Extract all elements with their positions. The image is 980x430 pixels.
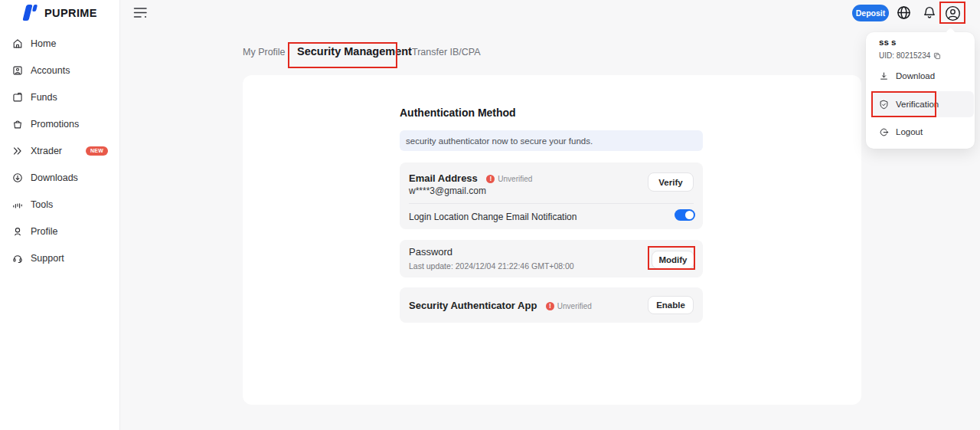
divider [409, 203, 694, 204]
notification-bell-icon[interactable] [923, 5, 936, 20]
copy-icon[interactable] [933, 52, 941, 60]
logout-icon [879, 127, 889, 137]
section-title: Authentication Method [400, 107, 516, 119]
email-address-card: Email Address Unverified w****3@gmail.co… [400, 162, 703, 229]
promotions-icon [12, 119, 23, 130]
sidebar: PUPRIME Home Accounts Funds Promotions X… [0, 0, 120, 430]
brand-logo[interactable]: PUPRIME [22, 4, 97, 21]
authenticator-title: Security Authenticator App [409, 300, 537, 311]
login-notification-label: Login Location Change Email Notification [409, 212, 577, 222]
menu-item-label: Verification [896, 100, 939, 109]
enable-button[interactable]: Enable [648, 296, 694, 314]
menu-item-label: Logout [896, 127, 923, 136]
sidebar-item-label: Accounts [31, 65, 70, 76]
sidebar-item-label: Downloads [31, 172, 78, 183]
download-icon [879, 71, 889, 81]
email-value: w****3@gmail.com [409, 185, 486, 196]
language-globe-icon[interactable] [897, 5, 911, 20]
menu-item-verification[interactable]: Verification [866, 93, 975, 116]
authenticator-header: Security Authenticator App Unverified [409, 298, 592, 312]
sidebar-item-label: Xtrader [31, 146, 62, 156]
email-status: Unverified [486, 175, 532, 183]
verify-button[interactable]: Verify [648, 172, 694, 192]
sidebar-item-label: Home [31, 38, 56, 49]
tab-security-management[interactable]: Security Management [297, 45, 412, 57]
banner-text: security authenticator now to secure you… [406, 136, 593, 146]
sidebar-nav: Home Accounts Funds Promotions Xtrader N… [0, 30, 119, 271]
sidebar-item-promotions[interactable]: Promotions [0, 110, 119, 137]
unverified-exclamation-icon [546, 302, 554, 310]
home-icon [12, 38, 23, 49]
authenticator-status-label: Unverified [557, 302, 592, 310]
email-status-label: Unverified [498, 175, 532, 183]
user-uid: UID: 80215234 [879, 51, 941, 60]
sidebar-item-xtrader[interactable]: Xtrader NEW [0, 137, 119, 164]
password-last-update: Last update: 2024/12/04 21:22:46 GMT+08:… [409, 261, 574, 271]
tools-icon [12, 199, 23, 210]
tab-my-profile[interactable]: My Profile [243, 47, 286, 57]
sidebar-item-support[interactable]: Support [0, 245, 119, 271]
sidebar-item-tools[interactable]: Tools [0, 191, 119, 218]
sidebar-item-accounts[interactable]: Accounts [0, 57, 119, 84]
authenticator-status: Unverified [546, 302, 592, 310]
deposit-button[interactable]: Deposit [852, 5, 889, 21]
sidebar-item-funds[interactable]: Funds [0, 84, 119, 110]
security-notice-banner: security authenticator now to secure you… [400, 130, 703, 151]
shield-check-icon [879, 100, 889, 110]
sidebar-item-label: Profile [31, 226, 57, 237]
security-management-panel: Authentication Method security authentic… [243, 75, 861, 405]
new-badge: NEW [86, 146, 108, 156]
login-notification-toggle[interactable] [675, 209, 695, 221]
puprime-logo-icon [22, 4, 38, 21]
sidebar-item-downloads[interactable]: Downloads [0, 164, 119, 191]
menu-item-logout[interactable]: Logout [866, 120, 975, 143]
toggle-knob [685, 211, 694, 219]
user-name: ss s [879, 38, 896, 47]
support-icon [12, 253, 23, 264]
menu-item-download[interactable]: Download [866, 64, 975, 87]
password-title: Password [409, 246, 452, 258]
email-address-title: Email Address [409, 172, 478, 184]
uid-text: UID: 80215234 [879, 51, 930, 60]
funds-icon [12, 92, 23, 103]
tab-transfer-ib-cpa[interactable]: Transfer IB/CPA [412, 47, 481, 57]
sidebar-item-label: Support [31, 253, 64, 264]
modify-button[interactable]: Modify [652, 251, 694, 269]
collapse-menu-icon[interactable] [133, 6, 148, 19]
sidebar-item-home[interactable]: Home [0, 30, 119, 57]
security-authenticator-card: Security Authenticator App Unverified En… [400, 287, 703, 323]
sidebar-item-label: Tools [31, 199, 53, 210]
sidebar-item-profile[interactable]: Profile [0, 218, 119, 245]
profile-icon [12, 226, 23, 237]
brand-name: PUPRIME [44, 7, 97, 19]
dropdown-caret [946, 28, 956, 38]
user-profile-icon[interactable] [945, 5, 961, 21]
password-card: Password Last update: 2024/12/04 21:22:4… [400, 240, 703, 277]
sidebar-item-label: Funds [31, 92, 57, 103]
sidebar-item-label: Promotions [31, 119, 79, 130]
accounts-icon [12, 65, 23, 76]
menu-item-label: Download [896, 71, 935, 80]
user-dropdown-menu: ss s UID: 80215234 Download Verification… [866, 32, 975, 149]
downloads-icon [12, 172, 23, 183]
email-address-header: Email Address Unverified [409, 171, 532, 185]
unverified-exclamation-icon [486, 175, 495, 183]
xtrader-icon [12, 146, 23, 156]
